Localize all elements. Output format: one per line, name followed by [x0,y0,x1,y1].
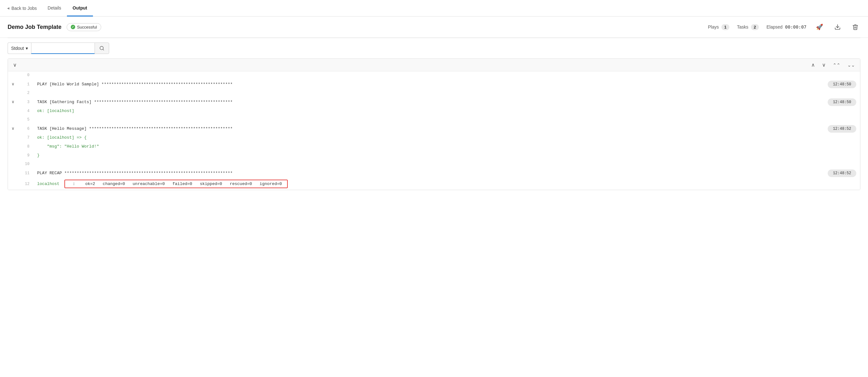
stat-item-changed: changed=0 [103,182,125,186]
row-content: PLAY [Hello World Sample] **************… [35,80,828,88]
back-chevron-icon: ◄ [6,6,10,10]
table-row: 12localhost : ok=2changed=0unreachable=0… [8,178,860,190]
table-row: 8 "msg": "Hello World!" [8,143,860,151]
row-number: 10 [18,160,35,168]
row-number: 12 [18,180,35,188]
row-number: 6 [18,125,35,133]
row-content: ok: [localhost] [35,107,860,115]
header-meta: Plays 1 Tasks 2 Elapsed 00:00:07 🚀 [708,22,860,32]
status-badge: Successful [67,23,101,31]
status-label: Successful [77,25,97,30]
row-toggle-empty [8,91,18,94]
stdout-select-label: Stdout [11,46,24,51]
table-row: ∨3TASK [Gathering Facts] ***************… [8,98,860,107]
back-label: Back to Jobs [11,6,37,11]
row-toggle-empty [8,145,18,148]
stat-item-ok: ok=2 [85,182,95,186]
search-button[interactable] [95,42,109,54]
row-toggle-empty [8,118,18,121]
row-content: TASK [Hello Message] *******************… [35,125,828,133]
tasks-label: Tasks [737,25,748,30]
recap-stats: : ok=2changed=0unreachable=0failed=0skip… [64,180,287,188]
table-row: 5 [8,116,860,125]
status-success-icon [71,25,75,29]
stat-item-ignored: ignored=0 [259,182,282,186]
row-number: 2 [18,89,35,97]
row-toggle-empty [8,183,18,185]
stat-item-failed: failed=0 [172,182,192,186]
svg-line-2 [103,49,104,50]
elapsed-label: Elapsed [767,25,783,30]
table-row: ∨6TASK [Hello Message] *****************… [8,125,860,134]
row-toggle-empty [8,172,18,174]
download-button[interactable] [833,22,843,32]
row-toggle-empty [8,136,18,139]
search-input[interactable] [31,42,95,54]
row-content [35,118,860,121]
back-to-jobs-link[interactable]: ◄ Back to Jobs [6,0,42,16]
output-toolbar: ∨ ∧ ∨ ⌃⌃ ⌄⌄ [8,59,860,71]
table-row: 4ok: [localhost] [8,107,860,116]
tab-details[interactable]: Details [42,0,67,17]
scroll-down-button[interactable]: ∨ [820,61,828,69]
collapse-all-button[interactable]: ∨ [11,61,19,69]
rocket-button[interactable]: 🚀 [814,22,825,32]
job-header: Demo Job Template Successful Plays 1 Tas… [0,17,868,38]
table-row: 2 [8,89,860,98]
row-number: 1 [18,81,35,88]
table-row: 11PLAY RECAP ***************************… [8,169,860,178]
row-content [35,162,860,165]
stat-item-unreachable: unreachable=0 [133,182,165,186]
scroll-up-button[interactable]: ∧ [809,61,817,69]
tab-output[interactable]: Output [67,0,93,17]
table-row: ∨1PLAY [Hello World Sample] ************… [8,80,860,89]
stat-item-rescued: rescued=0 [230,182,252,186]
scroll-bottom-button[interactable]: ⌄⌄ [845,61,857,69]
row-number: 0 [18,71,35,79]
row-timestamp: 12:48:50 [828,98,856,106]
output-container: ∨ ∧ ∨ ⌃⌃ ⌄⌄ 0∨1PLAY [Hello World Sample]… [8,58,860,190]
row-number: 9 [18,152,35,159]
row-number: 11 [18,169,35,177]
row-toggle-empty [8,74,18,76]
row-content: PLAY RECAP *****************************… [35,169,828,177]
table-row: 7ok: [localhost] => { [8,134,860,143]
row-content: TASK [Gathering Facts] *****************… [35,98,828,106]
row-toggle-empty [8,154,18,156]
plays-count: 1 [721,24,730,30]
table-row: 10 [8,160,860,169]
filter-bar: Stdout ▾ [0,38,868,58]
row-toggle-empty [8,109,18,112]
plays-meta: Plays 1 [708,24,729,30]
elapsed-meta: Elapsed 00:00:07 [767,25,806,30]
row-toggle-button[interactable]: ∨ [8,80,18,88]
plays-label: Plays [708,25,719,30]
recap-host: localhost [37,182,59,186]
output-lines: 0∨1PLAY [Hello World Sample] ***********… [8,71,860,190]
row-toggle-button[interactable]: ∨ [8,125,18,132]
row-number: 7 [18,134,35,142]
dropdown-arrow-icon: ▾ [26,46,28,51]
row-content: ok: [localhost] => { [35,134,860,142]
row-timestamp: 12:48:52 [828,169,856,177]
table-row: 9} [8,151,860,160]
delete-button[interactable] [850,22,860,32]
stdout-select[interactable]: Stdout ▾ [8,42,31,54]
row-number: 3 [18,98,35,106]
row-number: 5 [18,116,35,123]
row-timestamp: 12:48:50 [828,81,856,88]
tasks-meta: Tasks 2 [737,24,759,30]
row-content [35,73,860,76]
elapsed-value: 00:00:07 [785,25,806,30]
tasks-count: 2 [751,24,759,30]
row-toggle-button[interactable]: ∨ [8,98,18,106]
table-row: 0 [8,71,860,80]
row-content [35,91,860,94]
row-content: } [35,151,860,159]
row-number: 4 [18,107,35,115]
row-toggle-empty [8,162,18,165]
top-navigation: ◄ Back to Jobs Details Output [0,0,868,17]
row-content: "msg": "Hello World!" [35,143,860,150]
stat-item-skipped: skipped=0 [200,182,222,186]
scroll-top-button[interactable]: ⌃⌃ [831,61,842,69]
